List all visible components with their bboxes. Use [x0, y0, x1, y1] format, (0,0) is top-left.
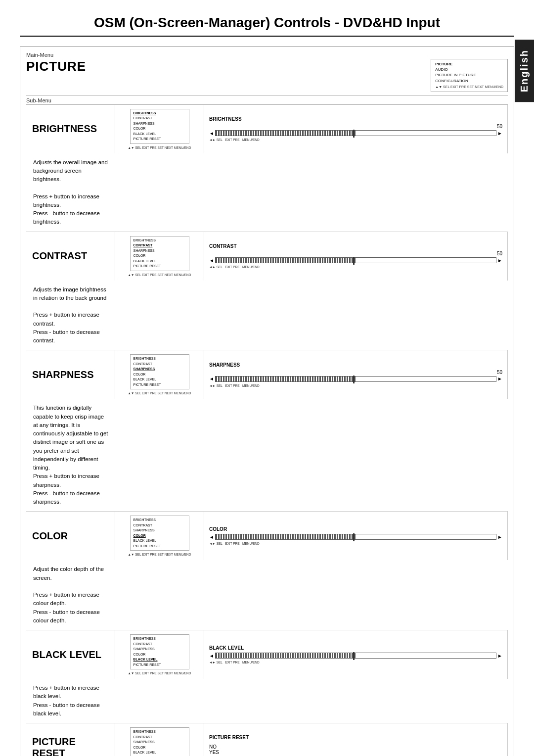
mm-sharpness: SHARPNESS: [134, 248, 186, 254]
slider-track: [215, 653, 496, 659]
slider-right-arrow: ►: [497, 131, 502, 136]
osm-screen-item-pip: PICTURE IN PICTURE: [435, 72, 503, 78]
mm-sharpness: SHARPNESS: [134, 367, 186, 372]
page-title: OSM (On-Screen-Manager) Controls - DVD&H…: [20, 15, 514, 37]
mm-blacklevel: BLACK LEVEL: [134, 538, 186, 544]
slider-left-arrow: ◄: [209, 258, 214, 263]
slider-thumb: [353, 652, 355, 660]
mm-contrast: CONTRAST: [134, 523, 186, 528]
slider-track: [215, 257, 496, 263]
color-name-cell: COLOR: [26, 512, 115, 560]
mm-picturereset: PICTURE RESET: [134, 382, 186, 388]
blacklevel-mini-menu: BRIGHTNESS CONTRAST SHARPNESS COLOR BLAC…: [130, 634, 189, 669]
osm-nav-hint: ▲▼ SEL EXIT PRE SET NEXT MENU/END: [435, 85, 503, 90]
sharpness-row: SHARPNESS BRIGHTNESS CONTRAST SHARPNESS …: [26, 350, 508, 512]
slider-left-arrow: ◄: [209, 534, 214, 540]
slider-fill: [216, 377, 356, 381]
blacklevel-row: BLACK LEVEL BRIGHTNESS CONTRAST SHARPNES…: [26, 630, 508, 723]
slider-track: [215, 534, 496, 540]
blacklevel-desc: Press + button to increase black level. …: [26, 679, 115, 723]
mm-sharpness: SHARPNESS: [134, 740, 186, 745]
mm-blacklevel: BLACK LEVEL: [134, 259, 186, 264]
picturereset-name-cell: PICTURE RESET: [26, 723, 115, 756]
brightness-slider-cell: BRIGHTNESS 50 ◄ ► ◄► SEL EXIT PRE MENU/E…: [204, 105, 508, 153]
mm-color: COLOR: [134, 652, 186, 658]
mm-blacklevel: BLACK LEVEL: [134, 657, 186, 662]
sharpness-slider-cell: SHARPNESS 50 ◄ ► ◄► SEL EXIT PRE MENU/EN…: [204, 350, 508, 399]
blacklevel-nav-hint: ▲▼ SEL EXIT PRE SET NEXT MENU/END: [128, 671, 191, 675]
picturereset-options: NO YES: [209, 744, 502, 755]
slider-right-arrow: ►: [497, 653, 502, 659]
contrast-slider-cell: CONTRAST 50 ◄ ► ◄► SEL EXIT PRE MENU/END: [204, 232, 508, 281]
mm-sharpness: SHARPNESS: [134, 647, 186, 652]
color-row: COLOR BRIGHTNESS CONTRAST SHARPNESS COLO…: [26, 512, 508, 630]
mm-picturereset: PICTURE RESET: [134, 662, 186, 668]
osm-screen-item-config: CONFIGURATION: [435, 78, 503, 84]
mm-contrast: CONTRAST: [134, 243, 186, 248]
sharpness-slider-label: SHARPNESS: [209, 362, 502, 368]
picturereset-submenu-cell: BRIGHTNESS CONTRAST SHARPNESS COLOR BLAC…: [115, 723, 204, 756]
mm-color: COLOR: [134, 253, 186, 259]
brightness-row: BRIGHTNESS BRIGHTNESS CONTRAST SHARPNESS…: [26, 105, 508, 232]
mm-color: COLOR: [134, 126, 186, 132]
language-tab: English: [515, 40, 534, 102]
color-slider-bar: ◄ ►: [209, 534, 502, 540]
slider-left-arrow: ◄: [209, 131, 214, 136]
mm-color: COLOR: [134, 745, 186, 751]
brightness-label: BRIGHTNESS: [32, 123, 97, 135]
mm-brightness: BRIGHTNESS: [134, 111, 186, 116]
contrast-slider-bar: ◄ ►: [209, 257, 502, 263]
brightness-nav-hint: ▲▼ SEL EXIT PRE SET NEXT MENU/END: [128, 146, 191, 149]
sharpness-slider-nav: ◄► SEL EXIT PRE MENU/END: [209, 384, 502, 387]
mm-color: COLOR: [134, 533, 186, 539]
picture-main-menu-label: Main-Menu: [26, 52, 508, 58]
mm-contrast: CONTRAST: [134, 116, 186, 121]
contrast-desc: Adjusts the image brightness in relation…: [26, 281, 115, 350]
picturereset-row: PICTURE RESET BRIGHTNESS CONTRAST SHARPN…: [26, 723, 508, 756]
contrast-row: CONTRAST BRIGHTNESS CONTRAST SHARPNESS C…: [26, 232, 508, 351]
mm-contrast: CONTRAST: [134, 735, 186, 740]
contrast-name-cell: CONTRAST: [26, 232, 115, 281]
mm-brightness: BRIGHTNESS: [134, 729, 186, 735]
blacklevel-slider-label: BLACK LEVEL: [209, 645, 502, 651]
blacklevel-name-cell: BLACK LEVEL: [26, 630, 115, 679]
mm-sharpness: SHARPNESS: [134, 528, 186, 533]
sharpness-slider-bar: ◄ ►: [209, 376, 502, 382]
mm-brightness: BRIGHTNESS: [134, 356, 186, 362]
color-nav-hint: ▲▼ SEL EXIT PRE SET NEXT MENU/END: [128, 553, 191, 556]
blacklevel-slider-nav: ◄► SEL EXIT PRE MENU/END: [209, 661, 502, 664]
slider-track: [215, 130, 496, 136]
color-slider-nav: ◄► SEL EXIT PRE MENU/END: [209, 542, 502, 545]
contrast-mini-menu: BRIGHTNESS CONTRAST SHARPNESS COLOR BLAC…: [130, 236, 189, 271]
mm-picturereset: PICTURE RESET: [134, 137, 186, 142]
brightness-desc: Adjusts the overall image and background…: [26, 153, 115, 232]
mm-blacklevel: BLACK LEVEL: [134, 377, 186, 382]
sharpness-desc: This function is digitally capable to ke…: [26, 399, 115, 511]
brightness-slider-value: 50: [209, 124, 502, 129]
blacklevel-submenu-cell: BRIGHTNESS CONTRAST SHARPNESS COLOR BLAC…: [115, 630, 204, 679]
sharpness-label: SHARPNESS: [32, 369, 93, 380]
color-submenu-cell: BRIGHTNESS CONTRAST SHARPNESS COLOR BLAC…: [115, 512, 204, 560]
picture-sub-menu-label: Sub-Menu: [26, 95, 508, 104]
blacklevel-slider-bar: ◄ ►: [209, 653, 502, 659]
slider-thumb: [353, 533, 355, 541]
contrast-label: CONTRAST: [32, 250, 87, 262]
picturereset-label: PICTURE RESET: [32, 736, 109, 756]
sharpness-name-cell: SHARPNESS: [26, 350, 115, 399]
contrast-nav-hint: ▲▼ SEL EXIT PRE SET NEXT MENU/END: [128, 273, 191, 277]
slider-left-arrow: ◄: [209, 376, 214, 381]
sharpness-submenu-cell: BRIGHTNESS CONTRAST SHARPNESS COLOR BLAC…: [115, 350, 204, 399]
mm-picturereset: PICTURE RESET: [134, 544, 186, 549]
mm-brightness: BRIGHTNESS: [134, 518, 186, 523]
blacklevel-label: BLACK LEVEL: [32, 649, 101, 661]
sharpness-slider-value: 50: [209, 370, 502, 375]
contrast-slider-label: CONTRAST: [209, 243, 502, 249]
contrast-slider-nav: ◄► SEL EXIT PRE MENU/END: [209, 265, 502, 269]
color-mini-menu: BRIGHTNESS CONTRAST SHARPNESS COLOR BLAC…: [130, 516, 189, 551]
picture-osm-screen: PICTURE AUDIO PICTURE IN PICTURE CONFIGU…: [431, 59, 508, 92]
color-desc: Adjust the color depth of the screen. Pr…: [26, 560, 115, 630]
mm-picturereset: PICTURE RESET: [134, 264, 186, 269]
slider-thumb: [353, 376, 355, 383]
picturereset-slider-label: PICTURE RESET: [209, 735, 502, 740]
mm-contrast: CONTRAST: [134, 362, 186, 367]
